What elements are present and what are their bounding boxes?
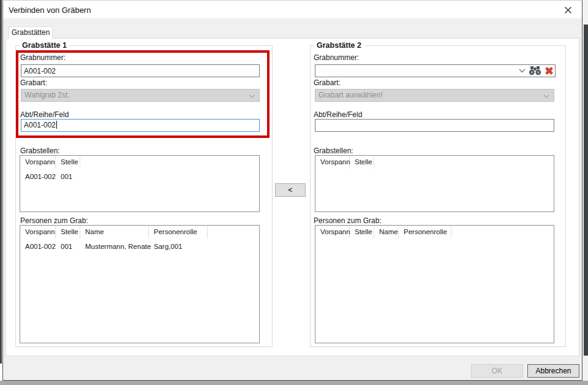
table-cell: Mustermann, Renate: [80, 241, 149, 252]
grabart-placeholder-2: Grabart auswählen!: [318, 91, 383, 99]
clear-red-x-icon[interactable]: [545, 66, 554, 75]
table-cell: 001: [56, 241, 80, 252]
abt-reihe-feld-label-1: Abt/Reihe/Feld: [20, 110, 69, 119]
abt-reihe-feld-input-2[interactable]: [315, 119, 554, 132]
grabnummer-value-2: [315, 67, 318, 75]
table-header-row: Vorspann Stelle: [315, 156, 554, 169]
grabstellen-table-2[interactable]: Vorspann Stelle: [315, 155, 554, 212]
backdrop-right-app-dark: [584, 25, 588, 356]
ok-button: OK: [471, 364, 523, 378]
grabstellen-label-2: Grabstellen:: [314, 147, 353, 155]
group-title-2: Grabstätte 2: [314, 41, 364, 50]
abt-reihe-feld-label-2: Abt/Reihe/Feld: [314, 110, 362, 119]
column-header[interactable]: Name: [374, 226, 399, 238]
column-header[interactable]: Personenrolle: [399, 226, 451, 238]
grabart-dropdown-2: Grabart auswählen!: [315, 89, 554, 102]
close-button[interactable]: [559, 4, 577, 17]
column-header[interactable]: Personenrolle: [149, 226, 208, 238]
column-header[interactable]: Vorspann: [315, 226, 350, 238]
personen-table-1[interactable]: Vorspann Stelle Name Personenrolle A001-…: [20, 225, 260, 343]
grabart-dropdown-1: Wahlgrab 2st.: [21, 89, 260, 102]
abt-reihe-feld-value-1: A001-002: [24, 121, 56, 129]
personen-label-1: Personen zum Grab:: [20, 216, 88, 225]
table-header-row: Vorspann Stelle Name Personenrolle: [315, 226, 554, 238]
table-cell: A001-002: [20, 171, 56, 182]
grabstellen-label-1: Grabstellen:: [20, 147, 60, 155]
cancel-button[interactable]: Abbrechen: [527, 364, 579, 378]
grabnummer-combobox-2[interactable]: [315, 64, 556, 77]
table-cell: A001-002: [20, 241, 56, 252]
titlebar: Verbinden von Gräbern: [3, 1, 582, 19]
column-header[interactable]: Stelle: [350, 156, 374, 169]
column-header[interactable]: Vorspann: [315, 156, 350, 169]
personen-table-2[interactable]: Vorspann Stelle Name Personenrolle: [315, 225, 554, 343]
grabnummer-input-1[interactable]: [21, 64, 260, 77]
tab-grabstaetten[interactable]: Grabstätten: [9, 26, 53, 39]
grabart-label-1: Grabart:: [20, 78, 47, 87]
grabart-label-2: Grabart:: [314, 78, 341, 87]
dialog-window: Verbinden von Gräbern Grabstätten Grabst…: [2, 0, 582, 381]
group-title-1: Grabstätte 1: [20, 41, 69, 50]
chevron-down-icon[interactable]: [519, 69, 526, 73]
table-header-row: Vorspann Stelle Name Personenrolle: [20, 226, 259, 238]
chevron-down-icon: [543, 94, 549, 98]
table-row[interactable]: A001-002 001: [20, 171, 259, 182]
column-header[interactable]: Stelle: [350, 226, 374, 238]
column-header[interactable]: Name: [80, 226, 149, 238]
table-cell: Sarg,001: [149, 241, 208, 252]
text-caret: [56, 121, 57, 129]
personen-label-2: Personen zum Grab:: [314, 216, 382, 225]
backdrop-bottom-shadow: [0, 381, 588, 385]
chevron-down-icon: [249, 94, 255, 98]
table-row[interactable]: A001-002 001 Mustermann, Renate Sarg,001: [20, 241, 259, 252]
backdrop-left-app: [0, 0, 2, 364]
column-header[interactable]: Stelle: [56, 226, 80, 238]
search-binoculars-icon[interactable]: [529, 66, 541, 75]
table-header-row: Vorspann Stelle: [20, 156, 259, 169]
table-cell: 001: [56, 171, 80, 182]
grabnummer-label-2: Grabnummer:: [314, 53, 359, 62]
column-header[interactable]: Vorspann: [20, 226, 56, 238]
column-header[interactable]: Vorspann: [20, 156, 56, 169]
tab-page-grabstaetten: Grabstätte 1 Grabnummer: Grabart: Wahlgr…: [6, 38, 579, 356]
window-title: Verbinden von Gräbern: [9, 6, 91, 15]
grabnummer-label-1: Grabnummer:: [20, 53, 66, 62]
grabstellen-table-1[interactable]: Vorspann Stelle A001-002 001: [20, 155, 260, 212]
close-icon: [564, 6, 572, 14]
combobox-controls: [519, 65, 554, 77]
column-header[interactable]: Stelle: [56, 156, 80, 169]
transfer-left-button[interactable]: <: [275, 183, 306, 197]
grabart-value-1: Wahlgrab 2st.: [24, 91, 70, 99]
abt-reihe-feld-input-1[interactable]: A001-002: [21, 119, 260, 132]
